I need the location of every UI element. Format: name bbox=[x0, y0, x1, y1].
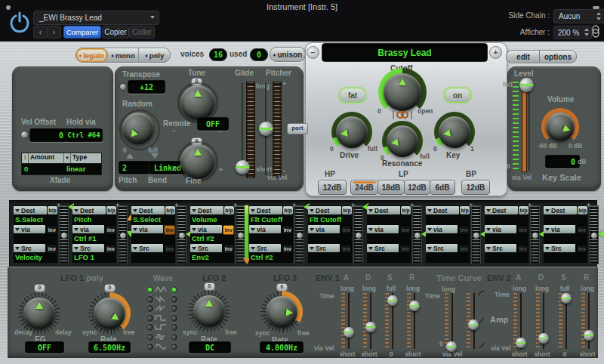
slope-button-12db[interactable]: 12dB bbox=[404, 180, 430, 195]
hold-via-value[interactable]: Ctrl #64 bbox=[65, 128, 103, 142]
time-slider-handle[interactable] bbox=[446, 341, 457, 352]
lfo1-eg-knob[interactable] bbox=[23, 298, 55, 329]
via-select[interactable]: via bbox=[544, 225, 575, 233]
lfo2-rate-value[interactable]: DC bbox=[189, 341, 231, 353]
wave-radio-left[interactable] bbox=[146, 343, 154, 351]
amount-slider-handle[interactable] bbox=[590, 232, 598, 239]
glide-slider-handle[interactable] bbox=[236, 160, 250, 174]
dest-select[interactable]: Dest bbox=[426, 206, 459, 214]
amount-slider-handle[interactable] bbox=[355, 232, 362, 239]
lfo1-eg-value[interactable]: OFF bbox=[25, 341, 64, 353]
src-select[interactable]: Src bbox=[249, 244, 281, 252]
dest-select[interactable]: Dest bbox=[485, 206, 518, 214]
env-slider-handle[interactable] bbox=[365, 322, 376, 332]
env-slider-handle[interactable] bbox=[584, 330, 594, 341]
via-select[interactable]: via bbox=[190, 225, 222, 233]
paste-button[interactable]: Coller bbox=[129, 26, 155, 39]
via-select[interactable]: via bbox=[14, 225, 45, 233]
prev-patch-button[interactable]: − bbox=[307, 46, 319, 59]
via-select[interactable]: via bbox=[367, 225, 399, 233]
resonance-knob[interactable] bbox=[387, 125, 418, 157]
bend-range-value[interactable]: 2 bbox=[119, 161, 150, 174]
key-scale-value[interactable]: 0 bbox=[545, 155, 580, 168]
unison-button[interactable]: ♦unison bbox=[270, 47, 306, 62]
wave-radio-left[interactable] bbox=[146, 285, 154, 294]
via-select[interactable]: via bbox=[131, 225, 163, 233]
amount-value[interactable]: 0 bbox=[22, 164, 64, 174]
bypass-button[interactable]: b/p bbox=[342, 206, 352, 214]
bypass-button[interactable]: b/p bbox=[283, 206, 293, 214]
fat-button[interactable]: fat bbox=[339, 88, 366, 103]
env-slider-handle[interactable] bbox=[409, 301, 420, 311]
fine-knob[interactable] bbox=[180, 144, 215, 179]
bypass-button[interactable]: b/p bbox=[460, 206, 470, 214]
dest-select[interactable]: Dest bbox=[308, 206, 341, 214]
filter-on-button[interactable]: on bbox=[444, 88, 471, 103]
amount-slider-handle[interactable] bbox=[237, 232, 245, 239]
dest-select[interactable]: Dest bbox=[544, 206, 577, 214]
options-button[interactable]: options bbox=[539, 50, 577, 63]
transpose-value[interactable]: +12 bbox=[128, 80, 165, 94]
src-select[interactable]: Src bbox=[426, 244, 458, 252]
wave-radio-left[interactable] bbox=[146, 333, 154, 341]
amount-slider-handle[interactable] bbox=[532, 232, 539, 239]
env-slider-handle[interactable] bbox=[561, 293, 572, 304]
level-slider-handle[interactable] bbox=[519, 78, 534, 92]
eg-zero-button[interactable]: 0 bbox=[34, 284, 45, 292]
bypass-button[interactable]: b/p bbox=[519, 206, 528, 214]
wave-radio-right[interactable] bbox=[170, 285, 178, 294]
amount-slider[interactable] bbox=[59, 205, 69, 264]
dest-select[interactable]: Dest bbox=[190, 206, 223, 214]
env-slider-handle[interactable] bbox=[387, 295, 398, 306]
drive-knob[interactable] bbox=[336, 116, 368, 148]
amount-header[interactable]: Amount bbox=[29, 153, 64, 163]
dest-select[interactable]: Dest bbox=[72, 206, 106, 214]
wave-radio-right[interactable] bbox=[170, 343, 178, 351]
src-select[interactable]: Src bbox=[485, 244, 516, 252]
bypass-button[interactable]: b/p bbox=[401, 206, 411, 214]
type-value[interactable]: linear bbox=[64, 164, 101, 174]
slope-button-12db[interactable]: 12dB bbox=[461, 180, 490, 195]
zero-led-button[interactable] bbox=[119, 83, 127, 91]
wave-radio-left[interactable] bbox=[146, 295, 154, 304]
wave-radio-right[interactable] bbox=[170, 314, 178, 322]
env-slider-handle[interactable] bbox=[516, 338, 526, 348]
amount-slider[interactable] bbox=[294, 205, 304, 264]
src-select[interactable]: Src bbox=[190, 244, 222, 252]
amount-slider-handle[interactable] bbox=[178, 232, 186, 239]
next-preset-button[interactable]: › bbox=[47, 26, 61, 39]
random-knob[interactable] bbox=[122, 113, 154, 144]
via-select[interactable]: via bbox=[308, 225, 340, 233]
src-select[interactable]: Src bbox=[308, 244, 340, 252]
src-select[interactable]: Src bbox=[72, 244, 104, 252]
bypass-button[interactable]: b/p bbox=[165, 206, 175, 214]
dropdown-icon[interactable]: ▼ bbox=[64, 153, 71, 163]
compare-button[interactable]: Comparer bbox=[63, 26, 101, 39]
preset-select[interactable]: _EWI Brassy Lead bbox=[33, 11, 159, 25]
remote-value[interactable]: OFF bbox=[197, 117, 229, 131]
via-select[interactable]: via bbox=[249, 225, 281, 233]
prev-preset-button[interactable]: ‹ bbox=[33, 26, 48, 39]
bypass-button[interactable]: b/p bbox=[224, 206, 234, 214]
volume-knob[interactable] bbox=[546, 113, 575, 141]
type-header[interactable]: Type bbox=[71, 153, 101, 163]
mode-mono[interactable]: ♦mono bbox=[108, 48, 140, 62]
pitcher-slider[interactable] bbox=[273, 82, 282, 178]
mode-poly[interactable]: ♦poly bbox=[139, 48, 170, 62]
lfo2-rate-knob[interactable] bbox=[193, 295, 225, 327]
lfo1-rate-value[interactable]: 6.500Hz bbox=[88, 341, 131, 353]
curve-slider-handle[interactable] bbox=[468, 319, 479, 330]
voices-value[interactable]: 16 bbox=[209, 48, 227, 61]
lfo3-rate-value[interactable]: 4.800Hz bbox=[260, 341, 304, 353]
via-select[interactable]: via bbox=[426, 225, 458, 233]
edit-button[interactable]: edit bbox=[506, 50, 540, 63]
filter-link-icon[interactable] bbox=[392, 110, 413, 120]
wave-radio-left[interactable] bbox=[146, 314, 154, 322]
amount-slider-handle[interactable] bbox=[119, 232, 127, 239]
sort-icon[interactable]: ↕ bbox=[22, 153, 29, 163]
mode-legato[interactable]: ♦legato bbox=[76, 48, 108, 62]
dest-select[interactable]: Dest bbox=[249, 206, 282, 214]
src-select[interactable]: Src bbox=[367, 244, 399, 252]
tune-knob[interactable] bbox=[180, 85, 215, 120]
lfo3-rate-knob[interactable] bbox=[266, 296, 297, 328]
